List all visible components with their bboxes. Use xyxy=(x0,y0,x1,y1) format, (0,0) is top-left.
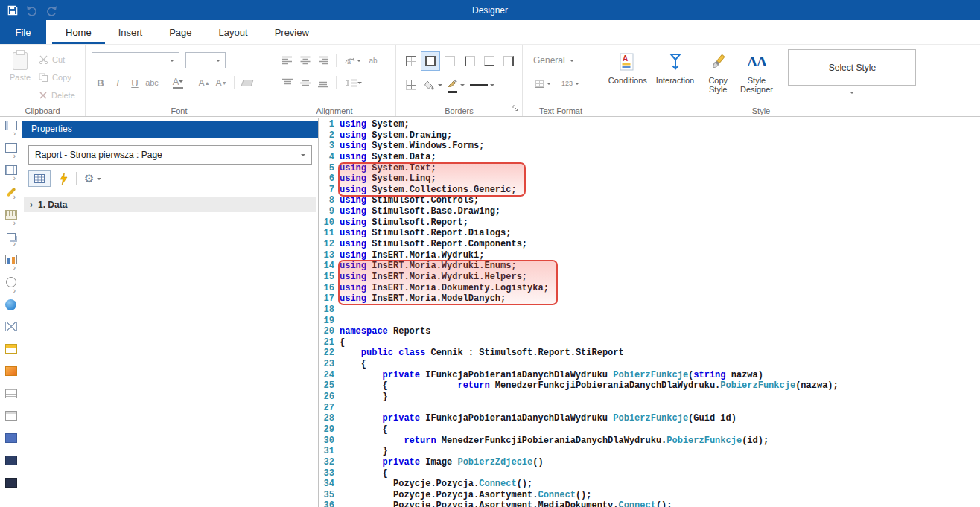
border-none-button[interactable] xyxy=(442,52,459,70)
events-button[interactable] xyxy=(55,170,71,187)
report-element-selector[interactable]: Raport - Strona pierwsza : Page xyxy=(28,145,312,165)
toolbox-item[interactable]: › xyxy=(0,232,22,255)
code-line[interactable]: 36 Pozycje.Pozycja.Asortyment.MediaDokum… xyxy=(319,500,980,507)
bold-button[interactable]: B xyxy=(93,74,108,91)
code-line[interactable]: 27 xyxy=(319,403,980,414)
shrink-font-button[interactable]: A▼ xyxy=(214,74,229,91)
font-family-combo[interactable] xyxy=(92,52,179,68)
toolbox-item[interactable] xyxy=(0,411,22,433)
code-line[interactable]: 33 { xyxy=(319,468,980,479)
code-line[interactable]: 2using System.Drawing; xyxy=(319,130,980,141)
expand-chevron-icon[interactable]: › xyxy=(13,264,16,271)
align-left-button[interactable] xyxy=(279,52,296,68)
code-line[interactable]: 18 xyxy=(319,304,980,316)
tab-insert[interactable]: Insert xyxy=(105,20,156,44)
code-line[interactable]: 19 xyxy=(319,316,980,327)
code-editor[interactable]: 1using System;2using System.Drawing;3usi… xyxy=(319,118,980,507)
border-right-button[interactable] xyxy=(500,52,518,70)
code-line[interactable]: 6using System.Linq; xyxy=(319,173,980,185)
style-designer-button[interactable]: AA Style Designer xyxy=(737,49,776,94)
code-line[interactable]: 29 { xyxy=(319,424,980,436)
custom-format-button[interactable] xyxy=(533,74,553,92)
tab-file[interactable]: File xyxy=(0,20,46,44)
toolbox-item[interactable]: › xyxy=(0,277,22,299)
grow-font-button[interactable]: A▲ xyxy=(197,74,211,91)
select-style-button[interactable]: Select Style xyxy=(788,49,916,86)
border-bottom-button[interactable] xyxy=(480,52,497,70)
align-right-button[interactable] xyxy=(315,52,331,68)
border-style-dropdown[interactable] xyxy=(468,76,496,94)
expand-chevron-icon[interactable]: › xyxy=(13,175,16,182)
toolbox-item[interactable]: › xyxy=(0,188,22,210)
code-line[interactable]: 1using System; xyxy=(319,119,980,130)
tab-layout[interactable]: Layout xyxy=(206,20,261,44)
toolbox-item[interactable]: › xyxy=(0,210,22,232)
align-center-button[interactable] xyxy=(297,52,314,68)
line-spacing-button[interactable] xyxy=(341,74,366,91)
code-line[interactable]: 12using Stimulsoft.Report.Components; xyxy=(319,239,980,250)
text-format-dropdown[interactable]: General xyxy=(533,55,593,66)
code-line[interactable]: 4using System.Data; xyxy=(319,152,980,163)
font-color-button[interactable]: A xyxy=(171,74,185,91)
border-color-button[interactable] xyxy=(446,76,466,94)
code-line[interactable]: 32 private Image PobierzZdjecie() xyxy=(319,457,980,468)
cut-button[interactable]: Cut xyxy=(36,51,80,68)
data-section-header[interactable]: › 1. Data xyxy=(24,197,316,212)
code-line[interactable]: 24 private IFunkcjaPobieraniaDanychDlaWy… xyxy=(319,370,980,381)
properties-settings-button[interactable]: ⚙ xyxy=(81,170,104,187)
code-line[interactable]: 16using InsERT.Moria.Dokumenty.Logistyka… xyxy=(319,283,980,294)
border-all-button[interactable] xyxy=(402,52,419,70)
underline-button[interactable]: U xyxy=(127,74,142,91)
copy-style-button[interactable]: Copy Style xyxy=(699,49,737,94)
code-line[interactable]: 35 Pozycje.Pozycja.Asortyment.Connect(); xyxy=(319,490,980,501)
code-line[interactable]: 15using InsERT.Moria.Wydruki.Helpers; xyxy=(319,272,980,283)
expand-chevron-icon[interactable]: › xyxy=(13,194,16,200)
redo-button[interactable] xyxy=(42,1,61,19)
font-size-combo[interactable] xyxy=(185,52,226,68)
tab-preview[interactable]: Preview xyxy=(261,20,322,44)
toolbox-item[interactable]: › xyxy=(0,255,22,277)
align-top-button[interactable] xyxy=(279,74,296,91)
properties-grid-button[interactable] xyxy=(28,170,51,187)
expand-chevron-icon[interactable]: › xyxy=(13,220,16,226)
code-line[interactable]: 22 public class Cennik : Stimulsoft.Repo… xyxy=(319,348,980,359)
toolbox-item[interactable] xyxy=(0,389,22,411)
code-line[interactable]: 20namespace Reports xyxy=(319,326,980,337)
toolbox-item[interactable] xyxy=(0,322,22,344)
delete-button[interactable]: Delete xyxy=(36,86,80,104)
save-button[interactable] xyxy=(3,1,22,19)
undo-button[interactable] xyxy=(22,1,42,19)
code-line[interactable]: 5using System.Text; xyxy=(319,163,980,174)
border-left-button[interactable] xyxy=(461,52,478,70)
code-line[interactable]: 11using Stimulsoft.Report.Dialogs; xyxy=(319,228,980,239)
strikethrough-button[interactable]: abc xyxy=(144,74,159,91)
code-line[interactable]: 9using Stimulsoft.Base.Drawing; xyxy=(319,206,980,217)
code-line[interactable]: 17using InsERT.Moria.ModelDanych; xyxy=(319,293,980,304)
code-line[interactable]: 3using System.Windows.Forms; xyxy=(319,141,980,152)
italic-button[interactable]: I xyxy=(110,74,125,91)
align-bottom-button[interactable] xyxy=(315,74,331,91)
code-line[interactable]: 34 Pozycje.Pozycja.Connect(); xyxy=(319,479,980,490)
text-rotation-button[interactable]: a xyxy=(341,52,363,68)
word-wrap-button[interactable]: ab xyxy=(365,52,381,68)
number-format-button[interactable]: 123 xyxy=(560,74,581,92)
tab-page[interactable]: Page xyxy=(156,20,205,44)
code-line[interactable]: 30 return MenedzerFunkcjiPobieraniaDanyc… xyxy=(319,436,980,447)
code-line[interactable]: 21{ xyxy=(319,337,980,348)
borders-dialog-launcher[interactable] xyxy=(512,101,519,115)
code-line[interactable]: 14using InsERT.Moria.Wydruki.Enums; xyxy=(319,261,980,272)
interaction-button[interactable]: Interaction xyxy=(652,49,699,85)
expand-chevron-icon[interactable]: › xyxy=(13,130,16,137)
toolbox-item[interactable] xyxy=(0,433,22,456)
clear-format-button[interactable] xyxy=(240,74,255,91)
select-style-dropdown[interactable] xyxy=(786,89,918,96)
toolbox-item[interactable] xyxy=(0,366,22,389)
code-line[interactable]: 26 } xyxy=(319,392,980,403)
paste-button[interactable]: Paste xyxy=(4,49,36,104)
border-inside-button[interactable] xyxy=(402,76,420,94)
expand-chevron-icon[interactable]: › xyxy=(13,240,16,247)
code-line[interactable]: 7using System.Collections.Generic; xyxy=(319,185,980,196)
toolbox-item[interactable]: › xyxy=(0,121,22,143)
copy-button[interactable]: Copy xyxy=(36,68,80,86)
toolbox-item[interactable] xyxy=(0,344,22,366)
